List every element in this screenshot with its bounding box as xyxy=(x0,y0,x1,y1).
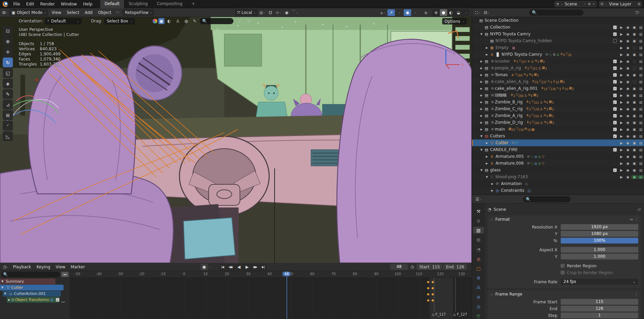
workspace-tab-compositing[interactable]: Compositing xyxy=(153,0,187,8)
expander-icon[interactable]: ▶ xyxy=(490,182,495,185)
measure-tool[interactable]: ⊿ xyxy=(3,100,13,110)
outliner-row-armature-005[interactable]: ▶⋔Armature.005⟳♘◎♙▽▶◉▣▤ xyxy=(472,153,644,160)
jump-to-end-button[interactable]: ▶| xyxy=(259,264,267,270)
hide-eye-icon[interactable]: ◉ xyxy=(625,162,631,165)
outliner-filter-id-dropdown[interactable]: ⊟⌄ xyxy=(483,9,490,16)
active-tool-dropdown[interactable]: ◜⌄ xyxy=(115,9,122,16)
outliner-row-candle_fire[interactable]: ▼▤CANDLE_FIRE✓▶◉▣▤ xyxy=(472,146,644,153)
expander-icon[interactable]: ▶ xyxy=(479,80,484,83)
outliner-row-armature-006[interactable]: ▶⋔Armature.006⟳♘◎♙▽▶◉▣▤ xyxy=(472,160,644,167)
channel-summary[interactable]: ▼Summary xyxy=(0,279,55,284)
exclude-checkbox[interactable]: ✓ xyxy=(613,87,617,90)
disable-render-icon[interactable]: ▤ xyxy=(638,26,644,29)
3d-viewport[interactable]: Z X Orientation: ⤒ Default ⌄ Drag: Selec… xyxy=(0,17,472,263)
exclude-checkbox[interactable] xyxy=(613,39,617,43)
disable-render-icon[interactable]: ▤ xyxy=(638,100,644,104)
expander-icon[interactable]: ▶ xyxy=(479,94,484,97)
item-name[interactable]: main xyxy=(495,127,505,132)
shading-solid-button[interactable]: ● xyxy=(440,9,447,16)
outliner-row-nypd-toyota-camry_hidden[interactable]: ▤NYPD Toyota Camry_hidden▶◉▣▤ xyxy=(472,37,644,44)
add-cube-tool[interactable]: ⊞ xyxy=(3,110,13,120)
collection-filter-icon[interactable]: ⛚⌄ xyxy=(238,18,245,24)
disable-render-icon[interactable]: ▤ xyxy=(638,66,644,70)
chevron-down-icon[interactable]: ⌄ xyxy=(234,20,237,23)
selectable-pointer-icon[interactable]: ▶ xyxy=(618,128,625,131)
outliner-row-nypd-toyota-camry[interactable]: ▶⋔▊NYPD Toyota Camry⟳♘⚙♙⋔9▽20▶◉▣▤ xyxy=(472,51,644,58)
hide-eye-icon[interactable]: ◉ xyxy=(625,107,631,111)
channel-name[interactable]: CutterAction.001 xyxy=(14,291,46,296)
disable-render-icon[interactable]: ▤ xyxy=(638,53,644,56)
data-tab[interactable]: ▽ xyxy=(473,313,484,319)
disable-render-icon[interactable]: ▤ xyxy=(638,39,644,43)
item-name[interactable]: Empty xyxy=(495,45,509,50)
expander-icon[interactable]: ▶ xyxy=(479,87,484,90)
prev-keyframe-button[interactable]: ◀◆ xyxy=(227,264,235,270)
marker-label[interactable]: △ F_127 xyxy=(453,313,467,316)
person-icon[interactable]: ♙ xyxy=(174,18,181,24)
disable-render-icon[interactable]: ▤ xyxy=(638,107,644,111)
hide-eye-icon[interactable]: ◉ xyxy=(625,155,631,158)
item-name[interactable]: NYPD Toyota Camry_hidden xyxy=(495,38,552,43)
item-name[interactable]: Cutter xyxy=(495,140,508,145)
item-name[interactable]: Zombie_C_rig xyxy=(495,106,523,111)
cursor-tool[interactable]: ⊕ xyxy=(3,36,13,46)
disable-render-icon[interactable]: ▤ xyxy=(638,80,644,84)
blender-logo-icon[interactable] xyxy=(3,1,8,7)
disable-viewport-icon[interactable]: ▣ xyxy=(631,73,638,77)
channel-name[interactable]: Cutter xyxy=(11,285,23,290)
keyframe-diamond[interactable]: ◆ xyxy=(431,280,434,284)
playhead[interactable] xyxy=(286,271,287,319)
marker-label[interactable]: △ F_117 xyxy=(432,313,446,316)
view-layer-selector[interactable]: ⊟⌄ View Layer ⧉ xyxy=(599,1,642,7)
workspace-tab-default[interactable]: Default xyxy=(100,0,124,8)
orientation-dropdown[interactable]: ⤒ Default ⌄ xyxy=(45,18,82,24)
expander-icon[interactable]: ▼ xyxy=(4,292,7,295)
current-frame-field[interactable]: 48 xyxy=(390,264,408,270)
exclude-checkbox[interactable]: ✓ xyxy=(613,168,617,172)
disable-viewport-icon[interactable]: ▣ xyxy=(631,162,638,165)
outliner-row-main[interactable]: ▶▤⧉main▦25▽118⚙16▦✓▶◉▣▤ xyxy=(472,126,644,133)
workspace-tab-sculpting[interactable]: Sculpting xyxy=(124,0,153,8)
timeline-menu-marker[interactable]: Marker xyxy=(68,264,87,270)
expander-icon[interactable]: ▶ xyxy=(484,162,489,165)
field-value[interactable]: 115 xyxy=(561,299,638,305)
hide-eye-icon[interactable]: ◉ xyxy=(625,60,631,63)
hide-eye-icon[interactable]: ◉ xyxy=(625,168,631,172)
disable-render-icon[interactable]: ▤ xyxy=(638,128,644,131)
menu-edit[interactable]: Edit xyxy=(23,1,37,7)
disable-render-icon[interactable]: ▤ xyxy=(638,162,644,165)
tool-tab[interactable]: ⚒ xyxy=(473,208,484,215)
selectable-pointer-icon[interactable]: ▶ xyxy=(618,60,625,63)
disable-render-icon[interactable]: ▤ xyxy=(638,141,644,145)
transform-orientation-dropdown[interactable]: ⤧ Local ⌄ xyxy=(235,9,258,16)
item-name[interactable]: Animation xyxy=(501,181,522,186)
outliner-row-blood-png-7163[interactable]: ▼▽blood-png-7163▶◉▣▤ xyxy=(472,173,644,180)
outliner-row-people_a_rig[interactable]: ▶▤⧉people_A_rig⋔3▽251♙▦3✓▶◉□▤ xyxy=(472,65,644,71)
keyframe-diamond[interactable]: ◆ xyxy=(427,286,430,290)
disable-viewport-icon[interactable]: ▣ xyxy=(631,134,638,138)
pivot-point-dropdown[interactable]: ◎⌄ xyxy=(259,9,266,16)
item-name[interactable]: Collection xyxy=(490,25,510,30)
expander-icon[interactable]: ▶ xyxy=(479,121,484,124)
disable-viewport-icon[interactable]: ▣ xyxy=(631,121,638,124)
selectable-pointer-icon[interactable]: ▶ xyxy=(618,134,625,138)
item-name[interactable]: Zombie_D_rig xyxy=(495,120,523,125)
expander-icon[interactable]: ▼ xyxy=(1,280,5,283)
checkbox-render-region[interactable]: Render Region xyxy=(561,264,597,268)
timeline-editor-type-button[interactable]: ◷⌄ xyxy=(2,264,10,270)
modifiers-tab[interactable]: ⚙ xyxy=(473,274,484,281)
proportional-falloff-dropdown[interactable]: ⌒⌄ xyxy=(291,9,299,16)
outliner-row-empty[interactable]: ▶▦Empty▦▶◉□▤ xyxy=(472,44,644,51)
viewport-menu-view[interactable]: View xyxy=(49,9,64,16)
timeline-menu-keying[interactable]: Keying xyxy=(34,264,53,270)
drag-dropdown[interactable]: Select Box ⌄ xyxy=(104,18,135,24)
disable-render-icon[interactable]: ▤ xyxy=(638,32,644,36)
expander-icon[interactable]: ▶ xyxy=(490,189,495,192)
selectable-pointer-icon[interactable]: ▶ xyxy=(618,148,625,152)
proportional-editing-toggle[interactable]: ◉ xyxy=(283,9,291,16)
disable-render-icon[interactable]: ▤ xyxy=(638,114,644,118)
selectable-pointer-icon[interactable]: ▶ xyxy=(618,32,625,36)
exclude-checkbox[interactable]: ✓ xyxy=(613,32,617,36)
visibility-dropdown[interactable]: ⟀⌄ xyxy=(379,9,387,16)
frame-range-panel-header[interactable]: ⌄ Frame Range ⋮ xyxy=(488,290,641,298)
